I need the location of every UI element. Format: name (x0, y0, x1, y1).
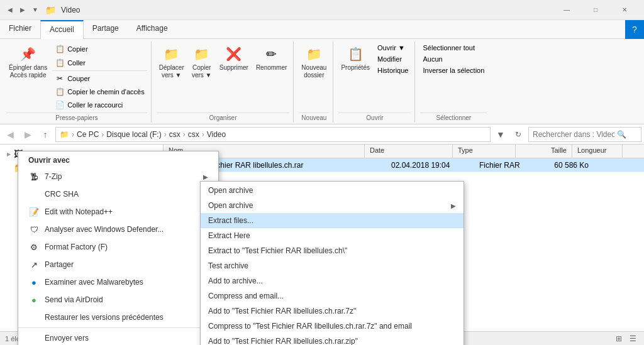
ctx-partager[interactable]: ↗ Partager (18, 256, 218, 273)
breadcrumb-cepc[interactable]: Ce PC (77, 130, 99, 139)
ribbon-group-open: 📋 Propriétés Ouvrir ▼ Modifier Historiqu… (335, 41, 415, 123)
minimize-button[interactable]: — (552, 0, 581, 20)
move-button[interactable]: 📁 Déplacervers ▼ (157, 43, 187, 80)
organize-label: Organiser (157, 112, 290, 123)
sub-extract-here[interactable]: Extract Here (201, 228, 464, 243)
ctx-notepad[interactable]: 📝 Edit with Notepad++ (18, 203, 218, 221)
refresh-button[interactable]: ↻ (511, 127, 526, 142)
delete-label: Supprimer (219, 64, 248, 72)
history-button[interactable]: Historique (375, 65, 411, 75)
view-grid-button[interactable]: ⊞ (613, 332, 625, 345)
ctx-airdroid-icon: ● (28, 294, 40, 305)
back-button[interactable]: ◀ (3, 127, 18, 142)
sub-add-7z[interactable]: Add to "Test Fichier RAR libellules.ch.r… (201, 304, 464, 319)
properties-button[interactable]: 📋 Propriétés (338, 43, 372, 73)
tab-affichage[interactable]: Affichage (128, 20, 177, 38)
properties-icon: 📋 (345, 44, 365, 64)
ctx-7zip-arrow: ▶ (203, 173, 208, 180)
open-button[interactable]: Ouvrir ▼ (375, 43, 411, 53)
col-len[interactable]: Longueur (572, 145, 623, 158)
rename-button[interactable]: ✏ Renommer (253, 43, 289, 73)
sub-test-archive[interactable]: Test archive (201, 258, 464, 273)
sub-add-archive[interactable]: Add to archive... (201, 273, 464, 288)
ctx-7zip-icon: 🗜 (28, 171, 40, 182)
move-label: Déplacervers ▼ (159, 64, 184, 79)
pin-button[interactable]: 📌 Épingler dansAccès rapide (6, 43, 50, 80)
sub-extract-files[interactable]: Extract files... (201, 213, 464, 228)
sub-open-archive-1-label: Open archive (208, 186, 253, 195)
copy-to-button[interactable]: 📁 Copiervers ▼ (189, 43, 214, 80)
sub-extract-to-label: Extract to "Test Fichier RAR libellules.… (208, 246, 347, 255)
dropdown-button[interactable]: ▼ (493, 127, 508, 142)
file-type: Fichier RAR (474, 161, 537, 170)
sub-compress-7z-email[interactable]: Compress to "Test Fichier RAR libellules… (201, 319, 464, 334)
tab-partage[interactable]: Partage (84, 20, 128, 38)
cut-button[interactable]: ✂ Couper (52, 72, 147, 85)
down-icon: ▼ (30, 5, 40, 15)
ctx-crcsha-icon (28, 189, 40, 200)
ctx-open-with-label: Ouvrir avec (28, 156, 70, 165)
copy-button[interactable]: 📋 Copier (52, 43, 147, 55)
ctx-crcsha[interactable]: CRC SHA ▶ (18, 185, 218, 203)
col-size[interactable]: Taille (516, 145, 572, 158)
invert-selection-button[interactable]: Inverser la sélection (420, 65, 487, 75)
paste-shortcut-button[interactable]: 📄 Coller le raccourci (52, 99, 147, 111)
copy-icon: 📋 (55, 44, 65, 54)
breadcrumb-disk[interactable]: Disque local (F:) (106, 130, 161, 139)
select-small-group: Sélectionner tout Aucun Inverser la séle… (420, 43, 487, 75)
edit-button[interactable]: Modifier (375, 54, 411, 64)
copy-path-button[interactable]: 📋 Copier le chemin d'accès (52, 85, 147, 98)
view-list-button[interactable]: ☰ (626, 332, 639, 345)
properties-label: Propriétés (341, 64, 370, 72)
sub-compress-email[interactable]: Compress and email... (201, 288, 464, 304)
cut-label: Couper (67, 75, 90, 82)
new-folder-button[interactable]: 📁 Nouveaudossier (299, 43, 329, 80)
ctx-airdroid[interactable]: ● Send via AirDroid ▶ (18, 291, 218, 309)
ctx-open-with[interactable]: Ouvrir avec (18, 153, 218, 168)
context-menu: Ouvrir avec 🗜 7-Zip ▶ CRC SHA ▶ 📝 Edit w… (18, 151, 219, 345)
file-row[interactable]: 📦 Test Fichier RAR libellules.ch.rar 02.… (164, 158, 644, 172)
sub-extract-to[interactable]: Extract to "Test Fichier RAR libellules.… (201, 243, 464, 258)
ribbon-group-select: Sélectionner tout Aucun Inverser la séle… (416, 41, 491, 123)
ctx-malwarebytes[interactable]: ● Examiner avec Malwarebytes (18, 273, 218, 291)
forward-button[interactable]: ▶ (20, 127, 35, 142)
ctx-format-factory[interactable]: ⚙ Format Factory (F) (18, 238, 218, 256)
help-button[interactable]: ? (625, 20, 644, 39)
close-button[interactable]: ✕ (610, 0, 639, 20)
tab-fichier[interactable]: Fichier (0, 20, 40, 38)
search-icon[interactable]: 🔍 (617, 130, 626, 139)
copy-to-label: Copiervers ▼ (192, 64, 212, 79)
select-none-button[interactable]: Aucun (420, 54, 487, 64)
breadcrumb-video[interactable]: Video (207, 130, 226, 139)
sub-extract-here-label: Extract Here (208, 231, 250, 240)
select-all-button[interactable]: Sélectionner tout (420, 43, 487, 53)
col-type[interactable]: Type (453, 145, 516, 158)
new-label: Nouveau (299, 112, 329, 123)
sub-open-archive-2-label: Open archive (208, 201, 253, 210)
search-input[interactable] (533, 130, 614, 139)
ctx-7zip[interactable]: 🗜 7-Zip ▶ (18, 168, 218, 185)
expand-icon-france (5, 164, 13, 172)
sub-open-archive-1[interactable]: Open archive (201, 183, 464, 198)
breadcrumb-csx2[interactable]: csx (188, 130, 199, 139)
breadcrumb-csx1[interactable]: csx (169, 130, 180, 139)
ctx-defender-icon: 🛡 (28, 224, 40, 235)
ctx-envoyer[interactable]: Envoyer vers ▶ (18, 329, 218, 345)
sub-open-archive-2[interactable]: Open archive ▶ (201, 198, 464, 213)
paste-label: Coller (67, 59, 86, 67)
status-icons: ⊞ ☰ (613, 332, 639, 345)
breadcrumb[interactable]: 📁 › Ce PC › Disque local (F:) › csx › cs… (55, 127, 491, 142)
sub-add-zip[interactable]: Add to "Test Fichier RAR libellules.ch.r… (201, 334, 464, 345)
ctx-defender[interactable]: 🛡 Analyser avec Windows Defender... (18, 221, 218, 238)
col-date[interactable]: Date (365, 145, 453, 158)
search-box: 🔍 (528, 127, 641, 142)
new-folder-icon: 📁 (304, 44, 324, 64)
ctx-restore[interactable]: Restaurer les versions précédentes (18, 309, 218, 326)
ctx-airdroid-label: Send via AirDroid (45, 295, 103, 304)
tab-accueil[interactable]: Accueil (40, 20, 84, 39)
up-button[interactable]: ↑ (38, 127, 53, 142)
delete-button[interactable]: ❌ Supprimer (217, 43, 251, 73)
maximize-button[interactable]: □ (581, 0, 610, 20)
ctx-envoyer-label: Envoyer vers (45, 334, 89, 342)
paste-button[interactable]: 📋 Coller (52, 57, 147, 69)
